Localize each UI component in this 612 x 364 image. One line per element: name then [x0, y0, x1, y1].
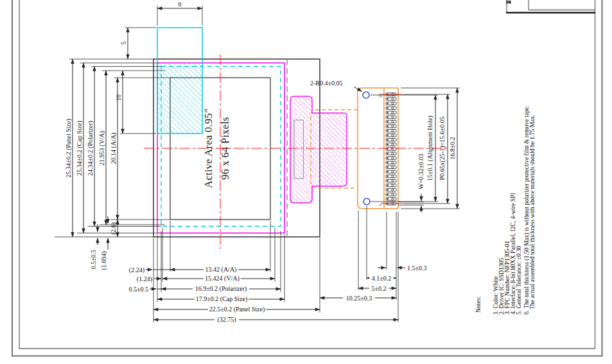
dim-tape-width: 6 [179, 1, 182, 8]
dim-panel-to-edge: 10.25±0.3 [346, 295, 372, 302]
dim-contact-length: 1.5±0.3 [407, 264, 427, 272]
alignment-hole-top [363, 92, 369, 98]
dimensions-left: 25.34±0.2 (Panel Size) 25.34±0.2 (Cap Si… [55, 59, 170, 270]
drawing-sheet: Active Area 0.95" 96 x 64 Pixels 25 1 [0, 0, 612, 364]
title-block-fragment [506, 0, 595, 13]
dim-fpc-edge: 5±0.2 [372, 285, 387, 292]
dim-va-bottom: 15.424 (V/A) [205, 275, 240, 282]
dim-panel-bottom: 22.5±0.2 (Panel Size) [209, 306, 265, 313]
dim-pin-pitch: P0.65x(25-1)=15.6±0.05 [439, 116, 446, 180]
tape-hatch [157, 63, 202, 134]
dim-alignment-holes: 15±0.1 (Alignment Hole) [426, 116, 434, 181]
module-views: Active Area 0.95" 96 x 64 Pixels 25 1 [144, 28, 450, 249]
dim-aa-bottom: 13.42 (A/A) [205, 266, 237, 273]
pin-number-top: 25 [378, 94, 382, 98]
dim-tape-above: 5 [120, 42, 127, 45]
dim-pol-to-aa: (1.24) [137, 275, 152, 283]
dim-aa-to-panel: (2.6) [110, 222, 118, 234]
dim-cap-to-pol: 0.5±0.5 [129, 286, 149, 293]
dim-panel-to-aa: (2.24) [129, 266, 144, 274]
note-6-continuation: The actual assembled total thickness wit… [529, 115, 536, 309]
dim-cap-bottom: 17.9±0.2 (Cap Size) [196, 295, 247, 303]
corner-radius-callout: 2-R0.4±0.05 [310, 80, 362, 91]
mechanical-drawing: Active Area 0.95" 96 x 64 Pixels 25 1 [0, 0, 612, 364]
alignment-hole-bottom [363, 198, 370, 205]
dim-panel-size-left: 25.34±0.2 (Panel Size) [65, 119, 73, 178]
dim-aa-left: 20.14 (A/A) [110, 133, 118, 164]
dim-tape-overlap: 10 [115, 94, 122, 101]
notes-block: Notes: 1. Color: White 2. Driver IC: SSD… [475, 106, 536, 315]
dimensions-fpc: 1.5±0.3 4.1±0.2 5±0.2 10.25±0.3 [320, 206, 427, 322]
dim-hole-to-edge: 4.1±0.2 [372, 275, 392, 282]
dim-cap-size-left: 25.34±0.2 (Cap Size) [76, 121, 83, 175]
dimensions-bottom: (2.24) 13.42 (A/A) (1.24) 15.424 (V/A) 0… [129, 221, 399, 324]
dim-overall: (32.75) [217, 316, 236, 324]
dim-pin-width: W=0.32±0.03 [417, 153, 424, 189]
pin-number-bottom: 1 [378, 204, 382, 206]
dim-va-left: 21.953 (V/A) [98, 131, 106, 166]
dim-cap-to-panel: 0.5±0.5 [90, 250, 97, 270]
pin-strip-pins [386, 93, 396, 205]
sealant-hatch [290, 96, 347, 203]
notes-heading: Notes: [475, 297, 482, 313]
dim-polarizer-left: 24.34±0.2 (Polarizer) [87, 121, 94, 176]
dim-corner-radius: 2-R0.4±0.05 [310, 80, 343, 87]
dim-va-to-panel: (1.694) [100, 251, 108, 270]
dim-polarizer-bottom: 16.9±0.2 (Polarizer) [195, 285, 247, 293]
note-5: 5. General Tolerance: ±0.30 [515, 246, 522, 315]
dim-fpc-total: 16.8±0.2 [449, 137, 456, 160]
